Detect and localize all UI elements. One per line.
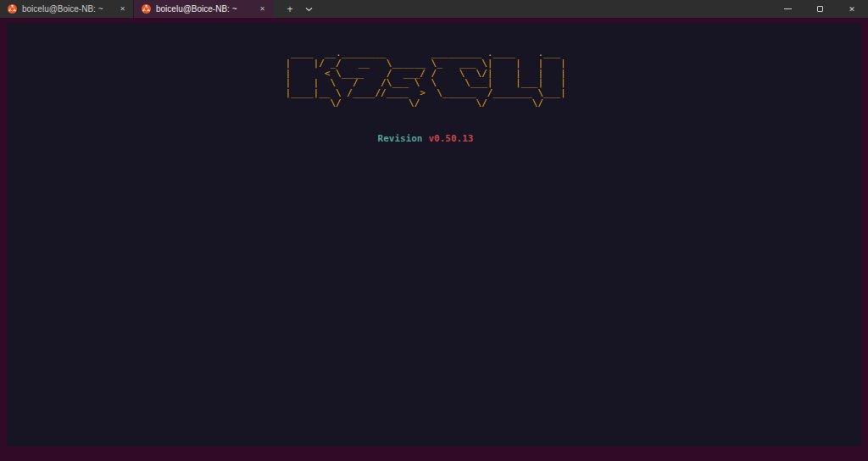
tab-title: boicelu@Boice-NB: ~ xyxy=(156,4,251,14)
revision-label: Revision xyxy=(378,133,423,144)
maximize-button[interactable] xyxy=(804,0,836,18)
terminal-window: boicelu@Boice-NB: ~ ✕ boicelu@Boice-NB: … xyxy=(0,0,868,461)
revision-version: v0.50.13 xyxy=(429,133,474,144)
revision-line: Revisionv0.50.13 xyxy=(378,134,474,144)
new-tab-button[interactable]: + xyxy=(282,0,298,18)
close-window-button[interactable]: ✕ xyxy=(836,0,868,18)
ubuntu-icon xyxy=(142,4,151,14)
ubuntu-icon xyxy=(8,4,17,14)
close-tab-icon[interactable]: ✕ xyxy=(256,3,269,15)
minimize-icon xyxy=(784,8,792,9)
title-bar: boicelu@Boice-NB: ~ ✕ boicelu@Boice-NB: … xyxy=(0,0,868,18)
tab-title: boicelu@Boice-NB: ~ xyxy=(22,4,111,14)
terminal-screen[interactable]: ____ __.________ _________ .____ .___ | … xyxy=(7,23,861,447)
minimize-button[interactable] xyxy=(771,0,804,18)
tab-terminal-2[interactable]: boicelu@Boice-NB: ~ ✕ xyxy=(134,0,273,18)
tab-terminal-1[interactable]: boicelu@Boice-NB: ~ ✕ xyxy=(0,0,134,18)
maximize-icon xyxy=(817,6,823,12)
k9s-ascii-logo: ____ __.________ _________ .____ .___ | … xyxy=(285,48,565,108)
terminal-body: ____ __.________ _________ .____ .___ | … xyxy=(0,18,868,461)
close-tab-icon[interactable]: ✕ xyxy=(116,3,129,15)
window-controls: ✕ xyxy=(771,0,868,18)
tab-dropdown-button[interactable] xyxy=(301,0,316,18)
title-bar-drag-area xyxy=(316,0,771,18)
chevron-down-icon xyxy=(305,7,313,12)
k9s-splash: ____ __.________ _________ .____ .___ | … xyxy=(7,23,853,447)
